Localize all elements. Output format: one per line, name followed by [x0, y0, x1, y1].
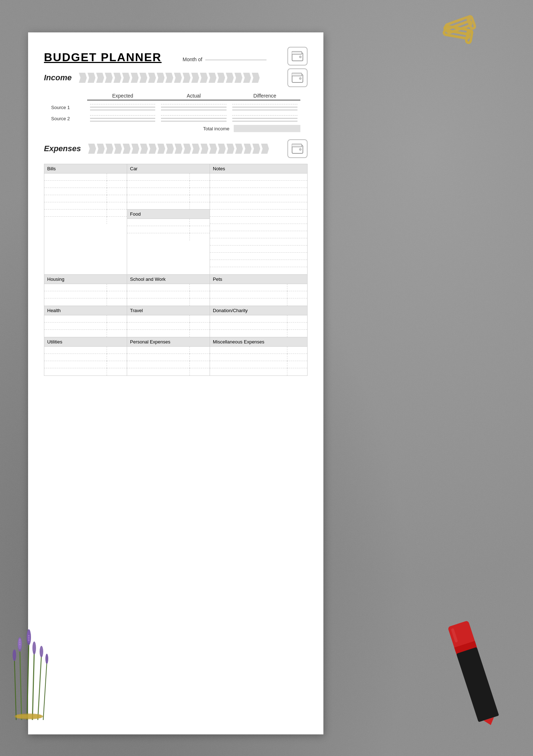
donation-category: Donation/Charity [210, 306, 307, 337]
budget-planner-paper: BUDGET PLANNER Month of Income [28, 32, 323, 734]
travel-header: Travel [127, 306, 210, 315]
wallet-icon-top [287, 47, 308, 66]
svg-line-14 [14, 659, 16, 720]
expenses-row3: Health Travel Donation/Charity [44, 306, 308, 337]
svg-line-16 [43, 662, 47, 720]
expenses-wallet-icon [287, 139, 308, 158]
svg-line-11 [20, 648, 22, 720]
source2-label: Source 2 [51, 115, 87, 121]
svg-point-21 [32, 642, 36, 654]
total-income-field[interactable] [234, 125, 300, 132]
difference-header: Difference [229, 93, 300, 100]
title-row: BUDGET PLANNER Month of [44, 47, 308, 66]
svg-point-29 [28, 637, 30, 639]
expenses-row2: Housing School and Work Pets [44, 275, 308, 306]
total-income-label: Total income [203, 126, 229, 131]
health-header: Health [44, 306, 127, 315]
svg-point-26 [19, 642, 21, 643]
income-table: Expected Actual Difference Source 1 [44, 93, 308, 132]
svg-point-38 [299, 77, 301, 80]
expenses-chevron-band [88, 144, 287, 154]
month-of-label: Month of [183, 57, 202, 62]
utilities-category: Utilities [44, 337, 127, 375]
car-food-column: Car Food [127, 164, 210, 274]
svg-line-12 [27, 641, 29, 720]
svg-point-27 [19, 644, 21, 645]
food-header: Food [127, 210, 210, 219]
income-title: Income [44, 73, 76, 82]
pets-category: Pets [210, 275, 307, 306]
svg-point-25 [19, 639, 21, 641]
expenses-title: Expenses [44, 144, 85, 153]
housing-header: Housing [44, 275, 127, 284]
source1-label: Source 1 [51, 104, 87, 110]
travel-category: Travel [127, 306, 210, 337]
svg-point-30 [28, 639, 30, 641]
expenses-section-header: Expenses [44, 139, 308, 158]
svg-point-23 [40, 646, 43, 657]
school-work-category: School and Work [127, 275, 210, 306]
svg-rect-37 [292, 73, 302, 76]
bills-header: Bills [44, 164, 127, 173]
income-wallet-icon [287, 68, 308, 87]
actual-header: Actual [158, 93, 229, 100]
income-section-header: Income [44, 68, 308, 87]
car-category: Car [127, 164, 210, 210]
expenses-top-grid: Bills Car Food [44, 164, 308, 275]
housing-category: Housing [44, 275, 127, 306]
income-chevron-band [79, 73, 287, 83]
svg-point-35 [299, 56, 301, 58]
svg-rect-4 [444, 30, 469, 39]
utilities-header: Utilities [44, 337, 127, 347]
miscellaneous-category: Miscellaneous Expenses [210, 337, 307, 375]
source2-row: Source 2 [51, 115, 300, 121]
school-work-header: School and Work [127, 275, 210, 284]
pets-header: Pets [210, 275, 307, 284]
svg-rect-8 [456, 647, 499, 722]
svg-point-22 [13, 649, 16, 661]
source1-row: Source 1 [51, 104, 300, 110]
svg-rect-32 [16, 715, 41, 718]
svg-rect-40 [292, 144, 302, 147]
food-category: Food [127, 210, 210, 240]
notes-category: Notes [210, 164, 307, 274]
notes-header: Notes [210, 164, 307, 174]
expected-header: Expected [87, 93, 158, 100]
donation-header: Donation/Charity [210, 306, 307, 315]
svg-line-15 [38, 655, 41, 720]
month-of-line[interactable] [205, 60, 266, 60]
personal-category: Personal Expenses [127, 337, 210, 375]
personal-header: Personal Expenses [127, 337, 210, 347]
bills-category: Bills [44, 164, 127, 274]
total-income-row: Total income [51, 125, 300, 132]
svg-rect-34 [292, 51, 302, 54]
expenses-row4: Utilities Personal Expenses Miscellaneou… [44, 337, 308, 376]
miscellaneous-header: Miscellaneous Expenses [210, 337, 307, 347]
svg-point-41 [299, 148, 301, 150]
svg-line-13 [32, 652, 34, 720]
health-category: Health [44, 306, 127, 337]
page-title: BUDGET PLANNER [44, 51, 162, 64]
svg-point-28 [28, 635, 30, 636]
car-header: Car [127, 164, 210, 174]
svg-point-24 [45, 654, 48, 664]
